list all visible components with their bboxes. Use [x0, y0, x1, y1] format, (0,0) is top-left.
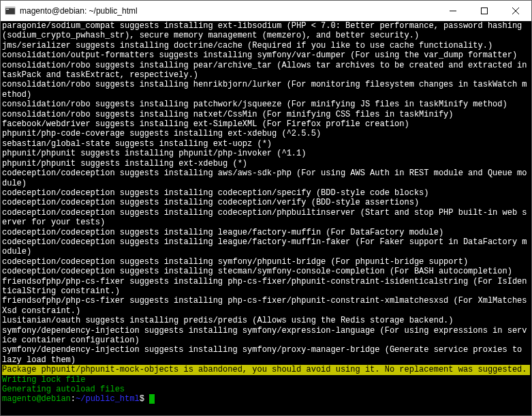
titlebar[interactable]: magento@debian: ~/public_html: [1, 1, 531, 21]
terminal-line: consolidation/output-formatters suggests…: [2, 50, 530, 60]
maximize-button[interactable]: [469, 1, 500, 20]
terminal-line: phpunit/phpunit suggests installing phpu…: [2, 149, 530, 158]
terminal-line: consolidation/robo suggests installing p…: [2, 100, 530, 109]
terminal-prompt[interactable]: magento@debian:~/public_html$: [2, 394, 530, 404]
terminal-line: phpunit/phpunit suggests installing ext-…: [2, 159, 530, 168]
terminal-line: codeception/codeception suggests install…: [2, 237, 530, 257]
terminal-line: consolidation/robo suggests installing h…: [2, 80, 530, 100]
app-icon: [5, 5, 16, 16]
terminal-line: symfony/dependency-injection suggests in…: [2, 345, 530, 365]
terminal-line: facebook/webdriver suggests installing e…: [2, 119, 530, 129]
terminal-line: codeception/codeception suggests install…: [2, 208, 530, 228]
prompt-path: ~/public_html: [76, 394, 140, 404]
svg-rect-4: [482, 8, 488, 14]
window-controls: [437, 1, 531, 20]
terminal-line: codeception/codeception suggests install…: [2, 267, 530, 276]
window-title: magento@debian: ~/public_html: [20, 6, 437, 16]
terminal-line: jms/serializer suggests installing doctr…: [2, 41, 530, 50]
terminal-line: codeception/codeception suggests install…: [2, 198, 530, 207]
prompt-separator: :: [71, 394, 76, 404]
terminal-line: codeception/codeception suggests install…: [2, 228, 530, 237]
terminal-line: friendsofphp/php-cs-fixer suggests insta…: [2, 296, 530, 316]
terminal-line: consolidation/robo suggests installing n…: [2, 110, 530, 119]
terminal-line: Generating autoload files: [2, 385, 530, 394]
terminal-line: Writing lock file: [2, 375, 530, 385]
terminal-line: consolidation/robo suggests installing p…: [2, 61, 530, 80]
terminal-line: phpunit/php-code-coverage suggests insta…: [2, 129, 530, 138]
prompt-user: magento@debian: [2, 394, 71, 404]
terminal-line: symfony/dependency-injection suggests in…: [2, 326, 530, 346]
cursor: [149, 394, 155, 404]
svg-rect-1: [5, 7, 15, 8]
terminal-body[interactable]: paragonie/sodium_compat suggests install…: [1, 21, 531, 415]
terminal-line: Package phpunit/phpunit-mock-objects is …: [2, 365, 530, 374]
terminal-line: codeception/codeception suggests install…: [2, 188, 530, 198]
terminal-line: codeception/codeception suggests install…: [2, 168, 530, 188]
terminal-line: friendsofphp/php-cs-fixer suggests insta…: [2, 277, 530, 297]
minimize-button[interactable]: [437, 1, 469, 20]
svg-rect-2: [6, 9, 9, 10]
terminal-line: codeception/codeception suggests install…: [2, 257, 530, 267]
terminal-line: sebastian/global-state suggests installi…: [2, 139, 530, 149]
terminal-line: paragonie/sodium_compat suggests install…: [2, 21, 530, 41]
close-button[interactable]: [500, 1, 531, 20]
prompt-symbol: $: [140, 394, 149, 404]
terminal-window: magento@debian: ~/public_html paragonie/…: [0, 0, 532, 416]
terminal-line: lusitanian/oauth suggests installing pre…: [2, 316, 530, 325]
